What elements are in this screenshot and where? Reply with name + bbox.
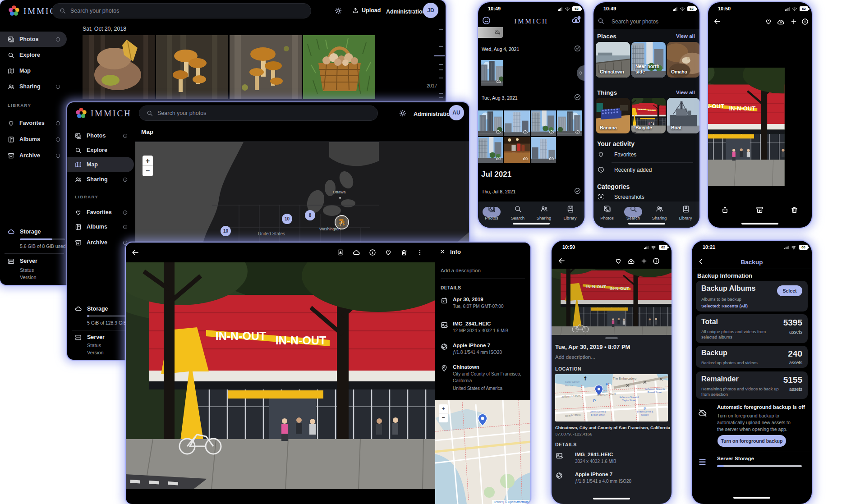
avatar[interactable]: JD [423, 3, 438, 18]
sidebar-item-photos[interactable]: Photos [0, 32, 67, 47]
cloud-upload-icon[interactable] [777, 18, 785, 26]
sidebar-item-explore[interactable]: Explore [67, 142, 134, 158]
things-view-all[interactable]: View all [676, 90, 695, 95]
photo-viewer-image[interactable] [708, 68, 812, 186]
nav-item-photos[interactable]: Photos [479, 205, 504, 220]
download-icon[interactable] [337, 249, 344, 256]
theme-sun-icon[interactable] [399, 110, 406, 117]
map-cluster-marker[interactable]: 10 [282, 214, 292, 224]
back-icon[interactable] [131, 248, 139, 257]
trash-icon[interactable] [400, 249, 408, 256]
close-icon[interactable] [439, 248, 446, 255]
photo-thumbnail[interactable] [83, 35, 155, 99]
zoom-in-button[interactable]: + [143, 156, 153, 166]
favorite-heart-icon[interactable] [765, 18, 772, 25]
places-view-all[interactable]: View all [676, 33, 695, 39]
more-kebab-icon[interactable] [416, 249, 423, 256]
thing-card[interactable]: Banana [596, 98, 630, 133]
upload-button[interactable]: Upload [352, 7, 381, 14]
nav-item-library[interactable]: Library [557, 205, 583, 220]
thing-card[interactable]: Bicycle [631, 98, 666, 133]
avatar[interactable]: AU [449, 105, 464, 120]
place-card[interactable]: Chinatown [596, 42, 630, 78]
photo-thumbnail[interactable] [156, 35, 228, 99]
map-cluster-marker[interactable]: 10 [221, 226, 231, 236]
zoom-in-button[interactable]: + [439, 404, 448, 413]
photo-thumbnail[interactable] [504, 137, 530, 163]
photo-preview-strip[interactable] [552, 269, 672, 335]
sidebar-item-photos[interactable]: Photos [67, 128, 134, 143]
map-cluster-marker[interactable]: 8 [305, 210, 315, 220]
zoom-out-button[interactable]: − [439, 413, 448, 422]
location-map[interactable]: PPP † The Embarcadero Hyde Street Harbor… [555, 374, 668, 422]
administration-link[interactable]: Administration [386, 9, 426, 15]
search-input[interactable]: Search your photos [139, 105, 378, 121]
info-icon[interactable] [801, 18, 809, 25]
map-photo-marker[interactable] [335, 215, 349, 229]
sidebar-item-archive[interactable]: Archive [0, 148, 67, 163]
share-icon[interactable] [721, 206, 729, 214]
activity-favorites[interactable]: Favorites [593, 151, 636, 158]
sidebar-item-explore[interactable]: Explore [0, 47, 67, 63]
place-card[interactable]: Omaha [667, 42, 699, 78]
photo-thumbnail[interactable] [230, 35, 302, 99]
turn-on-foreground-backup-button[interactable]: Turn on foreground backup [718, 435, 786, 447]
location-mini-map[interactable]: + − Leaflet | © OpenStreetMap [435, 400, 530, 504]
cloud-upload-icon[interactable] [627, 257, 635, 265]
theme-sun-icon[interactable] [335, 7, 342, 14]
sidebar-item-sharing[interactable]: Sharing [0, 79, 67, 94]
thing-card[interactable]: Boat [667, 98, 699, 133]
timeline-scrubber-handle[interactable] [434, 55, 445, 56]
back-icon[interactable] [713, 18, 721, 25]
select-button[interactable]: Select [777, 285, 802, 296]
place-card[interactable]: Near north side [631, 42, 666, 78]
photo-thumbnail[interactable] [557, 110, 582, 136]
sidebar-item-albums[interactable]: Albums [67, 219, 134, 234]
search-input[interactable]: Search your photos [612, 18, 658, 25]
favorite-heart-icon[interactable] [385, 249, 392, 256]
select-check-icon[interactable] [574, 45, 581, 52]
photo-thumbnail[interactable] [303, 35, 375, 99]
description-input[interactable]: Add description... [555, 354, 595, 360]
photo-thumbnail[interactable] [531, 110, 556, 136]
photo-thumbnail[interactable] [478, 110, 503, 136]
search-input[interactable]: Search your photos [52, 3, 311, 18]
nav-item-sharing[interactable]: Sharing [531, 205, 557, 220]
plus-icon[interactable] [790, 18, 797, 25]
photo-thumbnail[interactable] [478, 137, 503, 163]
detail-row-location[interactable]: ChinatownCity and County of San Francisc… [441, 364, 521, 392]
administration-link[interactable]: Administration [414, 111, 453, 117]
photo-thumbnail-partial[interactable] [478, 27, 503, 38]
sidebar-item-favorites[interactable]: Favorites [0, 115, 67, 131]
description-input[interactable]: Add a description [441, 268, 525, 279]
select-check-icon[interactable] [574, 94, 581, 101]
photo-thumbnail[interactable] [481, 60, 503, 86]
sidebar-item-favorites[interactable]: Favorites [67, 205, 134, 220]
sidebar-item-map[interactable]: Map [0, 63, 67, 78]
favorite-heart-icon[interactable] [615, 257, 622, 265]
sheet-drag-handle[interactable] [605, 337, 618, 339]
cloud-icon[interactable] [353, 249, 360, 257]
select-check-icon[interactable] [574, 188, 581, 194]
nav-item-photos[interactable]: Photos [594, 205, 620, 220]
info-icon[interactable] [369, 249, 376, 256]
sidebar-item-sharing[interactable]: Sharing [67, 172, 134, 187]
back-icon[interactable] [558, 257, 566, 265]
trash-icon[interactable] [791, 206, 798, 214]
archive-icon[interactable] [756, 206, 764, 214]
plus-icon[interactable] [640, 257, 648, 265]
category-screenshots[interactable]: Screenshots [593, 193, 644, 200]
sidebar-item-map[interactable]: Map [67, 157, 134, 172]
photo-thumbnail[interactable] [504, 110, 530, 136]
photo-thumbnail[interactable] [531, 137, 556, 163]
nav-item-library[interactable]: Library [673, 205, 698, 220]
backup-cloud-icon[interactable] [571, 16, 581, 25]
activity-recently-added[interactable]: Recently added [593, 166, 652, 173]
info-icon[interactable] [653, 257, 660, 265]
nav-item-sharing[interactable]: Sharing [647, 205, 672, 220]
sidebar-item-albums[interactable]: Albums [0, 132, 67, 147]
nav-item-search[interactable]: Search [621, 205, 646, 220]
photo-viewer-image[interactable] [126, 262, 435, 489]
nav-item-search[interactable]: Search [505, 205, 530, 220]
sidebar-item-archive[interactable]: Archive [67, 235, 134, 250]
